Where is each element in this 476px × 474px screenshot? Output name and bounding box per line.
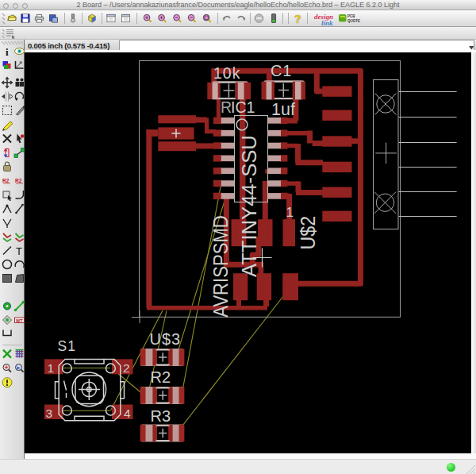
svg-text:R2: R2	[2, 178, 10, 183]
svg-text:R3: R3	[151, 407, 171, 425]
svg-text:link: link	[321, 19, 333, 26]
svg-text:U$2: U$2	[297, 216, 320, 249]
svg-text:R2: R2	[151, 368, 171, 386]
svg-text:i: i	[6, 46, 9, 58]
svg-text:U$3: U$3	[150, 330, 182, 348]
svg-text:R: R	[221, 98, 232, 116]
svg-text:AVRISPSMD: AVRISPSMD	[209, 215, 232, 317]
svg-text:WT: WT	[16, 318, 23, 323]
svg-text:T: T	[16, 245, 22, 257]
svg-text:S1: S1	[58, 338, 76, 354]
svg-text:C1: C1	[271, 62, 292, 79]
svg-text:QUOTE: QUOTE	[347, 19, 360, 23]
svg-text:o: o	[20, 60, 23, 64]
svg-text:IC1: IC1	[231, 98, 255, 116]
svg-text:4: 4	[124, 407, 131, 420]
svg-text:PCB: PCB	[347, 14, 355, 18]
svg-text:?: ?	[294, 13, 301, 25]
svg-text:3: 3	[46, 407, 53, 420]
svg-text:1: 1	[48, 361, 55, 375]
svg-text:1: 1	[286, 205, 294, 220]
svg-text:2: 2	[123, 361, 130, 375]
svg-text:R2: R2	[15, 178, 22, 183]
svg-text:1uf: 1uf	[271, 100, 295, 119]
svg-text:10k: 10k	[213, 64, 240, 82]
svg-text:ATTINY44-SSU: ATTINY44-SSU	[237, 135, 259, 277]
